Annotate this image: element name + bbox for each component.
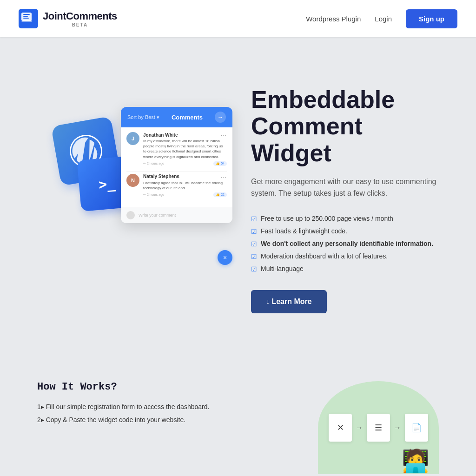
main-nav: Wordpress Plugin Login Sign up [306,9,457,28]
nav-plugin-link[interactable]: Wordpress Plugin [306,15,361,23]
hero-subtitle: Get more engagement with our easy to use… [251,176,446,199]
hero-text: Embeddable Comment Widget Get more engag… [251,86,448,313]
widget-close-button[interactable]: × [218,250,232,265]
comment-item-2: N Nataly Stephens ··· I definitely agree… [126,174,227,197]
feature-text-4: Moderation dashboard with a lot of featu… [261,252,388,260]
comment-meta-1: ✏ 2 hours ago 👍 54 [143,161,227,166]
comment-content-2: Nataly Stephens ··· I definitely agree t… [143,174,227,197]
comment-text-1: In my estimation, there will be almost 1… [143,139,227,159]
comment-item-1: J Jonathan White ··· In my estimation, t… [126,132,227,166]
svg-rect-3 [23,16,28,17]
input-placeholder: Write your comment [139,213,176,218]
feature-text-3: We don't collect any personally identifi… [261,240,433,247]
feature-text-5: Multi-language [261,265,304,272]
learn-more-button[interactable]: ↓ Learn More [251,290,327,313]
input-avatar-icon [126,211,135,219]
comment-name-2: Nataly Stephens [143,174,179,179]
comment-avatar-1: J [126,132,139,145]
logo-icon [19,9,38,28]
comment-time-1: ✏ 2 hours ago [143,162,164,165]
hero-section: >_ Sort by Best ▾ Comments → J [0,37,476,363]
widget-input-area[interactable]: Write your comment [121,207,232,223]
widget-comments: J Jonathan White ··· In my estimation, t… [121,127,232,207]
how-title: How It Works? [37,381,281,393]
check-icon-2: ☑ [251,228,257,235]
check-icon-1: ☑ [251,215,257,223]
feature-item-4: ☑ Moderation dashboard with a lot of fea… [251,250,448,263]
logo-name: JointComments [43,10,117,22]
signup-button[interactable]: Sign up [406,9,457,28]
comment-name-1: Jonathan White [143,132,178,138]
comment-meta-2: ✏ 2 hours ago 👍 22 [143,192,227,197]
comment-options-2[interactable]: ··· [221,174,227,180]
mockup-area: >_ Sort by Best ▾ Comments → J [37,93,232,307]
feature-item-3: ☑ We don't collect any personally identi… [251,238,448,250]
logo-area: JointComments BETA [19,9,117,28]
illus-arrow-2: → [394,423,401,432]
widget-card: Sort by Best ▾ Comments → J Jonathan Whi… [121,107,232,223]
widget-header: Sort by Best ▾ Comments → [121,107,232,127]
feature-item-2: ☑ Fast loads & lightweight code. [251,225,448,238]
site-header: JointComments BETA Wordpress Plugin Logi… [0,0,476,37]
illustration-steps: ✕ → ☰ → 📄 [329,414,428,442]
logo-beta: BETA [43,22,117,27]
svg-rect-2 [23,14,30,15]
nav-login-link[interactable]: Login [375,15,392,23]
comment-likes-1[interactable]: 👍 54 [213,161,227,166]
feature-text-1: Free to use up to 250.000 page views / m… [261,215,393,222]
comment-content-1: Jonathan White ··· In my estimation, the… [143,132,227,166]
widget-expand-icon[interactable]: → [215,112,226,123]
check-icon-3: ☑ [251,240,257,248]
comment-avatar-2: N [126,174,139,187]
features-list: ☑ Free to use up to 250.000 page views /… [251,212,448,275]
logo-text-area: JointComments BETA [43,10,117,27]
comment-divider [126,172,227,172]
illus-box-2: ☰ [367,414,390,442]
how-section: How It Works? 1▸ Fill our simple registr… [0,363,476,476]
how-content: How It Works? 1▸ Fill our simple registr… [37,381,439,474]
feature-item-5: ☑ Multi-language [251,263,448,275]
how-step-2: 2▸ Copy & Paste the widget code into you… [37,413,281,426]
check-icon-5: ☑ [251,265,257,273]
how-illustration: ✕ → ☰ → 📄 🧑‍💻 [299,381,439,474]
illustration-person: 🧑‍💻 [402,448,430,474]
svg-rect-4 [23,18,29,19]
how-step-1: 1▸ Fill our simple registration form to … [37,400,281,413]
widget-sort: Sort by Best ▾ [127,114,159,120]
comment-text-2: I definitely agree that IoT will become … [143,180,227,191]
how-text: How It Works? 1▸ Fill our simple registr… [37,381,281,426]
comment-time-2: ✏ 2 hours ago [143,193,164,197]
illus-box-3: 📄 [405,414,428,442]
illustration-bg: ✕ → ☰ → 📄 🧑‍💻 [318,381,439,474]
sort-label: Sort by Best ▾ [127,114,159,120]
widget-title: Comments [172,114,203,121]
comment-options-1[interactable]: ··· [221,132,227,139]
illus-box-1: ✕ [329,414,352,442]
terminal-symbol: >_ [98,175,116,192]
hero-title: Embeddable Comment Widget [251,86,448,166]
check-icon-4: ☑ [251,253,257,260]
feature-item-1: ☑ Free to use up to 250.000 page views /… [251,212,448,225]
how-steps: 1▸ Fill our simple registration form to … [37,400,281,426]
illus-arrow-1: → [356,423,363,432]
comment-likes-2[interactable]: 👍 22 [213,192,227,197]
feature-text-2: Fast loads & lightweight code. [261,227,347,235]
